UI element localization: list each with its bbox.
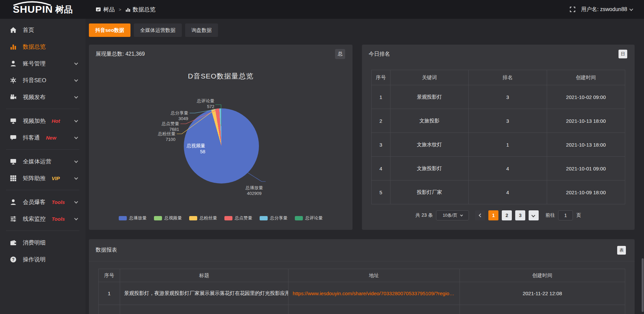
logo[interactable]: SHUPIN 树品 — [0, 0, 86, 19]
sidebar-item-label: 抖音SEO — [23, 76, 46, 84]
goto-suffix: 页 — [576, 212, 581, 218]
table-cell — [460, 305, 625, 314]
sidebar-item-label: 数据总览 — [23, 43, 46, 51]
scrollbar-thumb[interactable] — [642, 258, 644, 312]
legend-label: 总播放量 — [129, 215, 147, 221]
sidebar-item-label: 抖客通 — [23, 134, 40, 142]
sidebar-item-home[interactable]: 首页 — [0, 21, 86, 38]
table-cell: 3 — [469, 85, 547, 109]
sidebar-divider — [6, 149, 79, 150]
chevron-down-icon — [74, 176, 78, 179]
breadcrumb-root[interactable]: 树品 — [103, 6, 115, 13]
legend-label: 总分享量 — [270, 215, 287, 221]
legend-item-1[interactable]: 总视频量 — [154, 215, 182, 221]
chevron-down-icon — [74, 118, 78, 122]
ranking-table-header: 序号关键词排名创建时间 — [372, 70, 625, 85]
column-header: 地址 — [288, 269, 460, 282]
sidebar-item-video-publish[interactable]: 视频发布 — [0, 89, 86, 105]
table-row-partial — [99, 305, 625, 314]
table-cell: 景观投影灯 — [390, 85, 469, 109]
total-badge-button[interactable]: 总 — [335, 49, 345, 59]
video-title: 景观投影灯，夜游景观投影灯厂家展示展示落花灯在花园里的灯光投影应用效果 # — [120, 282, 288, 305]
sidebar-item-label: 操作说明 — [23, 256, 46, 263]
table-cell: 5 — [372, 180, 390, 204]
table-cell: 1 — [469, 133, 547, 157]
heat-icon — [10, 118, 17, 124]
table-row: 4文旅投影灯42021-10-01 09:00 — [372, 157, 625, 180]
sidebar-item-douke-tong[interactable]: 抖客通New — [0, 129, 86, 146]
table-cell — [288, 305, 460, 314]
user-menu[interactable]: 用户名: zswodun88 — [581, 6, 633, 13]
sidebar-item-account[interactable]: 账号管理 — [0, 55, 86, 72]
legend-swatch — [295, 216, 303, 220]
table-row: 3文旅水纹灯12021-10-13 18:00 — [372, 133, 625, 157]
table-cell: 文旅投影 — [390, 109, 469, 133]
page-size-select[interactable]: 10条/页 — [436, 210, 469, 220]
create-time: 2021-11-22 12:08 — [460, 282, 625, 305]
sidebar-item-data-overview[interactable]: 数据总览 — [0, 38, 86, 55]
grid-icon — [10, 175, 17, 181]
legend-item-5[interactable]: 总评论量 — [295, 215, 323, 221]
goto-page-input[interactable]: 1 — [558, 210, 573, 220]
chart-legend: 总播放量总视频量总粉丝量总点赞量总分享量总评论量 — [89, 215, 353, 221]
page: SHUPIN 树品 树品 > 数据总览 用户名: zswodun88 — [0, 0, 644, 314]
prev-page-button[interactable] — [475, 210, 485, 220]
column-header: 标题 — [120, 269, 288, 282]
page-button-2[interactable]: 2 — [502, 210, 512, 220]
column-header: 序号 — [372, 70, 390, 85]
video-camera-icon — [10, 94, 17, 100]
logo-arc — [12, 1, 52, 6]
sidebar-item-video-heat[interactable]: 视频加热Hot — [0, 112, 86, 129]
report-link[interactable]: https://www.iesdouyin.com/share/video/70… — [292, 291, 454, 296]
page-scrollbar[interactable] — [641, 19, 644, 314]
page-button-3[interactable]: 3 — [515, 210, 525, 220]
sidebar-item-label: 账号管理 — [23, 60, 46, 67]
table-cell: 2021-10-02 09:00 — [547, 85, 625, 109]
tab-inquiry-data[interactable]: 询盘数据 — [185, 23, 218, 37]
sidebar-item-douyin-seo[interactable]: 抖音SEO — [0, 72, 86, 89]
table-cell: 文旅投影灯 — [390, 157, 469, 180]
sidebar-item-label: 视频发布 — [23, 93, 46, 101]
report-table-header: 序号标题地址创建时间 — [99, 269, 625, 282]
sidebar-item-member-burst[interactable]: 会员爆客Tools — [0, 194, 86, 210]
chevron-right-icon — [531, 213, 535, 217]
legend-item-0[interactable]: 总播放量 — [119, 215, 147, 221]
sidebar-item-label: 视频加热 — [23, 117, 46, 125]
chevron-down-icon — [74, 159, 78, 163]
sidebar-item-badge: New — [46, 135, 56, 141]
tab-douyin-seo-data[interactable]: 抖音seo数据 — [89, 23, 130, 37]
table-cell: 4 — [469, 180, 547, 204]
sidebar-item-label: 矩阵助推 — [23, 174, 46, 182]
chevron-down-icon — [74, 78, 78, 82]
sidebar-item-label: 首页 — [23, 26, 34, 34]
day-badge-button[interactable]: 日 — [619, 50, 627, 58]
table-badge-button[interactable]: 表 — [617, 246, 626, 255]
page-button-1[interactable]: 1 — [488, 210, 498, 220]
tab-media-operation-data[interactable]: 全媒体运营数据 — [134, 23, 182, 37]
sidebar-item-badge: Tools — [52, 199, 65, 205]
sidebar-item-clue-monitor[interactable]: 线索监控Tools — [0, 210, 86, 227]
legend-item-3[interactable]: 总点赞量 — [224, 215, 252, 221]
legend-item-2[interactable]: 总粉丝量 — [189, 215, 217, 221]
report-panel: 数据报表 表 序号标题地址创建时间 1景观投影灯，夜游景观投影灯厂家展示展示落花… — [89, 239, 635, 314]
legend-swatch — [119, 216, 127, 220]
sidebar-item-badge: VIP — [52, 175, 60, 181]
sliders-icon — [10, 216, 17, 222]
sidebar-item-badge: Tools — [52, 216, 65, 222]
breadcrumb: 树品 > 数据总览 — [96, 6, 156, 13]
next-page-button[interactable] — [529, 210, 539, 220]
sidebar-item-matrix-boost[interactable]: 矩阵助推VIP — [0, 170, 86, 187]
legend-swatch — [260, 216, 268, 220]
svg-text:?: ? — [12, 257, 14, 262]
sidebar-item-consume-detail[interactable]: 消费明细 — [0, 234, 86, 251]
sidebar-item-media-operation[interactable]: 全媒体运营 — [0, 153, 86, 170]
row-index: 1 — [99, 282, 120, 305]
legend-item-4[interactable]: 总分享量 — [260, 215, 287, 221]
column-header: 关键词 — [390, 70, 469, 85]
sidebar-item-operation-guide[interactable]: ?操作说明 — [0, 251, 86, 268]
ranking-table: 序号关键词排名创建时间 1景观投影灯32021-10-02 09:002文旅投影… — [371, 70, 625, 204]
table-cell: 4 — [372, 157, 390, 180]
ranking-panel: 今日排名 日 序号关键词排名创建时间 1景观投影灯32021-10-02 09:… — [362, 45, 635, 230]
fullscreen-icon[interactable] — [570, 6, 576, 12]
chevron-down-icon — [74, 216, 78, 220]
